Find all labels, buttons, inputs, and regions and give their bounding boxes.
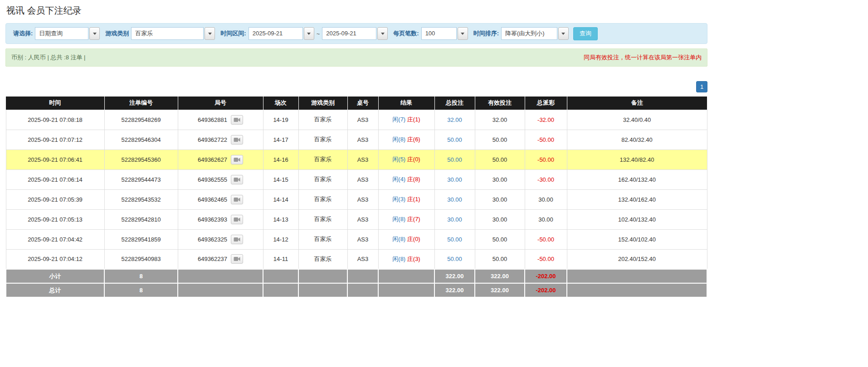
cell-valid-bet: 32.00 [475, 110, 525, 130]
cell-remark: 102.40/132.40 [567, 209, 707, 229]
date-from-input[interactable]: 2025-09-21 [249, 27, 303, 40]
session-id: 14-13 [273, 216, 288, 223]
bet-id: 522829543532 [122, 196, 161, 203]
round-video-button[interactable] [231, 135, 243, 145]
total-bet-link[interactable]: 32.00 [447, 116, 462, 123]
payout-amount: -32.00 [537, 116, 554, 123]
cell-table-id: AS3 [347, 189, 378, 209]
video-camera-icon [234, 157, 240, 162]
total-bet-link[interactable]: 50.00 [447, 156, 462, 163]
table-id: AS3 [357, 176, 369, 183]
total-bet-link[interactable]: 30.00 [447, 176, 462, 183]
date-from-dropdown-button[interactable] [304, 27, 314, 40]
result-player: 闲(8) [392, 136, 405, 143]
bet-time: 2025-09-21 07:08:18 [28, 116, 83, 123]
col-valid-bet: 有效投注 [475, 97, 525, 110]
game-type: 百家乐 [314, 256, 332, 262]
round-id: 649362555 [198, 176, 227, 183]
round-video-button[interactable] [231, 235, 243, 244]
cell-game-type: 百家乐 [298, 229, 347, 249]
round-video-button[interactable] [231, 115, 243, 125]
round-id: 649362393 [198, 216, 227, 223]
round-video-button[interactable] [231, 215, 243, 224]
payout-amount: -50.00 [537, 136, 554, 143]
bet-time: 2025-09-21 07:04:12 [28, 256, 83, 262]
cell-valid-bet: 30.00 [475, 209, 525, 229]
total-bet-link[interactable]: 30.00 [447, 196, 462, 203]
cell-time: 2025-09-21 07:08:18 [6, 110, 104, 130]
col-result: 结果 [378, 97, 434, 110]
table-row: 2025-09-21 07:05:13 522829542810 6493623… [6, 209, 707, 229]
query-type-dropdown-button[interactable] [89, 27, 100, 40]
round-video-button[interactable] [231, 195, 243, 204]
total-bet-link[interactable]: 30.00 [447, 216, 462, 223]
col-round-id: 局号 [178, 97, 263, 110]
cell-session: 14-14 [263, 189, 298, 209]
cell-bet-id: 522829542810 [104, 209, 178, 229]
cell-game-type: 百家乐 [298, 169, 347, 189]
round-video-button[interactable] [231, 254, 243, 264]
bet-id: 522829544473 [122, 176, 161, 183]
cell-bet-id: 522829548269 [104, 110, 178, 130]
per-page-dropdown-button[interactable] [458, 27, 468, 40]
total-count: 8 [104, 283, 178, 297]
result-player: 闲(8) [392, 236, 405, 242]
cell-result: 闲(8) 庄(7) [378, 209, 434, 229]
per-page-input[interactable]: 100 [421, 27, 457, 40]
session-id: 14-17 [273, 136, 288, 143]
date-to-input[interactable]: 2025-09-21 [322, 27, 376, 40]
cell-bet-id: 522829540983 [104, 249, 178, 269]
round-video-button[interactable] [231, 155, 243, 164]
total-bet-link[interactable]: 50.00 [447, 136, 462, 143]
cell-time: 2025-09-21 07:07:12 [6, 130, 104, 150]
game-type-dropdown-button[interactable] [205, 27, 215, 40]
cell-valid-bet: 50.00 [475, 249, 525, 269]
empty-cell [567, 283, 707, 297]
payout-amount: -50.00 [537, 256, 554, 262]
info-bar: 币别 : 人民币 | 总共 :8 注单 | 同局有效投注，统一计算在该局第一张注… [5, 48, 707, 67]
query-type-label: 请选择: [13, 29, 33, 38]
table-id: AS3 [357, 116, 369, 123]
table-id: AS3 [357, 236, 369, 243]
sort-dropdown-button[interactable] [558, 27, 569, 40]
game-type-input[interactable]: 百家乐 [131, 27, 204, 40]
result-banker: 庄(7) [407, 216, 420, 222]
round-id-group: 649362237 [198, 254, 243, 264]
search-button[interactable]: 查询 [573, 27, 598, 40]
table-id: AS3 [357, 156, 369, 163]
total-bet-link[interactable]: 50.00 [447, 256, 462, 262]
round-id-group: 649362393 [198, 215, 243, 224]
round-video-button[interactable] [231, 175, 243, 184]
date-to-dropdown-button[interactable] [377, 27, 388, 40]
video-camera-icon [234, 237, 240, 242]
session-id: 14-14 [273, 196, 288, 203]
cell-total-bet: 50.00 [434, 130, 475, 150]
result-banker: 庄(6) [407, 136, 420, 143]
empty-cell [263, 283, 298, 297]
cell-total-bet: 50.00 [434, 249, 475, 269]
pagination: 1 [5, 81, 707, 92]
bet-time: 2025-09-21 07:06:14 [28, 176, 83, 183]
cell-round-id: 649362627 [178, 150, 263, 169]
cell-valid-bet: 50.00 [475, 130, 525, 150]
sort-input[interactable]: 降幂(由大到小) [501, 27, 557, 40]
cell-result: 闲(3) 庄(1) [378, 189, 434, 209]
date-from-combo: 2025-09-21 [249, 27, 314, 40]
cell-bet-id: 522829541859 [104, 229, 178, 249]
total-bet-link[interactable]: 50.00 [447, 236, 462, 243]
game-type: 百家乐 [314, 116, 332, 123]
payout-amount: 30.00 [538, 216, 553, 223]
cell-valid-bet: 30.00 [475, 169, 525, 189]
query-type-input[interactable]: 日期查询 [35, 27, 88, 40]
bet-time: 2025-09-21 07:04:42 [28, 236, 83, 243]
cell-game-type: 百家乐 [298, 150, 347, 169]
result-player: 闲(7) [392, 116, 405, 123]
empty-cell [298, 283, 347, 297]
cell-result: 闲(4) 庄(8) [378, 169, 434, 189]
result-banker: 庄(0) [407, 236, 420, 242]
valid-bet: 50.00 [493, 236, 507, 243]
result-banker: 庄(8) [407, 176, 420, 183]
result-banker: 庄(1) [407, 196, 420, 203]
page-1-button[interactable]: 1 [696, 81, 707, 92]
session-id: 14-12 [273, 236, 288, 243]
